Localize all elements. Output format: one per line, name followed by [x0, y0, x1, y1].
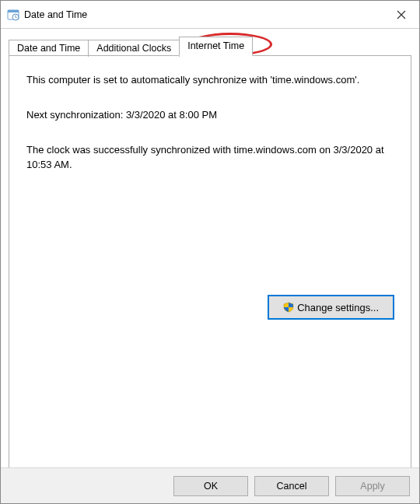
tab-internet-time[interactable]: Internet Time [179, 37, 253, 56]
tabstrip: Date and Time Additional Clocks Internet… [9, 37, 411, 56]
sync-status-text: This computer is set to automatically sy… [26, 73, 394, 88]
change-settings-label: Change settings... [297, 302, 379, 313]
close-button[interactable] [383, 1, 419, 28]
tab-panel-internet-time: This computer is set to automatically sy… [9, 55, 411, 471]
last-sync-text: The clock was successfully synchronized … [26, 143, 394, 173]
change-settings-button[interactable]: Change settings... [268, 296, 394, 319]
close-icon [397, 10, 406, 19]
apply-button[interactable]: Apply [335, 476, 410, 496]
svg-rect-1 [8, 10, 19, 12]
next-sync-text: Next synchronization: 3/3/2020 at 8:00 P… [26, 108, 394, 123]
tab-date-and-time[interactable]: Date and Time [9, 40, 89, 57]
app-icon [7, 9, 19, 21]
ok-button[interactable]: OK [173, 476, 248, 496]
titlebar: Date and Time [1, 1, 419, 29]
tab-additional-clocks[interactable]: Additional Clocks [88, 40, 180, 57]
uac-shield-icon [283, 302, 294, 313]
dialog-footer: OK Cancel Apply [1, 467, 419, 503]
cancel-button[interactable]: Cancel [254, 476, 329, 496]
window-title: Date and Time [24, 9, 87, 20]
